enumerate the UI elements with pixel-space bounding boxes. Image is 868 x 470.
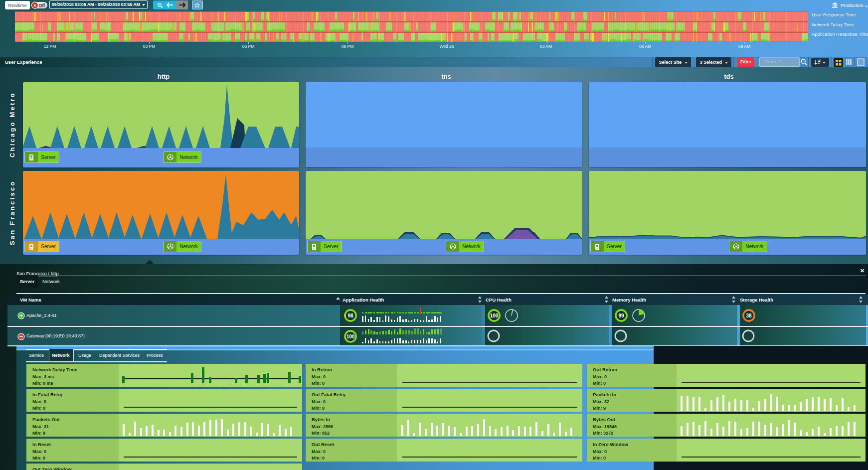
svg-text:100: 100 bbox=[347, 333, 355, 339]
svg-text:100: 100 bbox=[490, 313, 499, 318]
svg-text:✕: ✕ bbox=[33, 3, 37, 8]
svg-text:99: 99 bbox=[618, 313, 624, 318]
svg-text:38: 38 bbox=[746, 313, 752, 318]
svg-text:98: 98 bbox=[347, 313, 353, 318]
